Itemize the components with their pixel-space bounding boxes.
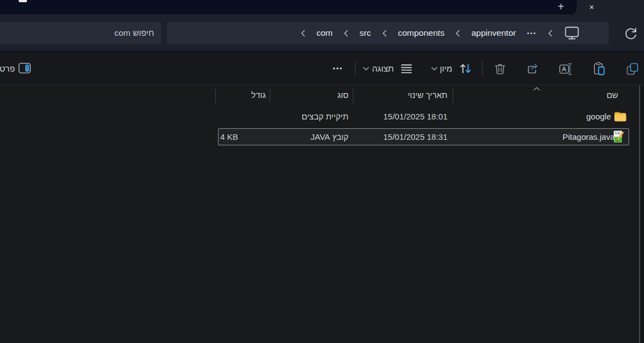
monitor-icon[interactable] — [564, 26, 580, 40]
sort-button[interactable]: מיון — [440, 52, 452, 85]
file-name[interactable]: Pitagoras.java — [563, 128, 615, 146]
breadcrumb-src[interactable]: src — [359, 28, 371, 38]
toolbar-divider — [482, 61, 483, 76]
file-type: קובץ JAVA — [310, 128, 348, 146]
breadcrumb-com[interactable]: com — [316, 28, 332, 38]
details-pane-icon — [18, 62, 31, 74]
file-explorer-window: + × חיפוש com com src components appinve… — [0, 0, 644, 343]
refresh-icon — [624, 26, 638, 41]
column-separator[interactable] — [270, 89, 270, 103]
column-header-date-modified[interactable]: תאריך שינוי — [408, 88, 447, 103]
column-separator[interactable] — [215, 89, 216, 103]
list-view-icon — [401, 64, 412, 74]
file-type: תיקיית קבצים — [302, 107, 348, 126]
column-separator[interactable] — [353, 89, 353, 103]
copy-icon — [625, 62, 640, 76]
address-bar[interactable]: com src components appinventor ••• — [167, 22, 609, 44]
column-header-name[interactable]: שם — [607, 88, 618, 103]
share-icon — [526, 62, 541, 76]
view-button[interactable]: תצוגה — [372, 52, 394, 85]
explorer-tab[interactable] — [0, 0, 577, 14]
search-box[interactable]: חיפוש com — [0, 22, 161, 44]
chevron-left-icon — [455, 30, 460, 37]
see-more-button[interactable]: ••• — [327, 52, 349, 85]
chevron-left-icon — [382, 30, 387, 37]
sort-ascending-caret-icon — [533, 84, 541, 94]
close-window-button[interactable]: × — [582, 0, 601, 14]
chevron-left-icon — [548, 30, 553, 37]
paste-button[interactable] — [592, 62, 607, 76]
copy-button[interactable] — [625, 62, 640, 76]
chevron-left-icon — [343, 30, 348, 37]
file-name[interactable]: google — [586, 107, 611, 126]
column-header-size[interactable]: גודל — [252, 88, 266, 103]
java-file-icon — [613, 130, 624, 145]
column-header-type[interactable]: סוג — [337, 88, 348, 103]
chevron-down-icon — [431, 67, 438, 71]
sort-arrows-icon — [459, 62, 473, 75]
scrollbar-gutter — [640, 85, 644, 343]
share-button[interactable] — [526, 62, 541, 76]
column-separator[interactable] — [452, 89, 453, 103]
search-input[interactable]: חיפוש com — [114, 22, 154, 44]
toolbar-divider — [355, 61, 356, 76]
details-pane-toggle[interactable] — [18, 62, 31, 74]
folder-icon — [614, 112, 626, 124]
chevron-left-icon — [301, 30, 305, 37]
new-tab-button[interactable]: + — [552, 0, 570, 14]
breadcrumb-appinventor[interactable]: appinventor — [471, 28, 516, 38]
breadcrumb-components[interactable]: components — [398, 28, 444, 38]
refresh-button[interactable] — [622, 25, 640, 42]
delete-button[interactable] — [493, 62, 507, 76]
file-date-modified: 15/01/2025 18:31 — [383, 128, 447, 146]
file-list-area: שם תאריך שינוי סוג גודל google 15/01/20 — [0, 85, 644, 343]
paste-icon — [592, 62, 607, 76]
tab-folder-icon — [19, 0, 27, 2]
file-size: 4 KB — [220, 128, 238, 146]
details-pane-label: פרטים — [0, 52, 15, 85]
command-toolbar: פרטים ••• תצוגה מיון — [0, 51, 644, 85]
rename-button[interactable] — [558, 62, 574, 76]
file-date-modified: 15/01/2025 18:01 — [383, 107, 447, 126]
rename-icon — [558, 62, 574, 76]
delete-icon — [493, 62, 507, 76]
chevron-down-icon — [363, 67, 369, 71]
breadcrumb-overflow-button[interactable]: ••• — [527, 30, 537, 36]
